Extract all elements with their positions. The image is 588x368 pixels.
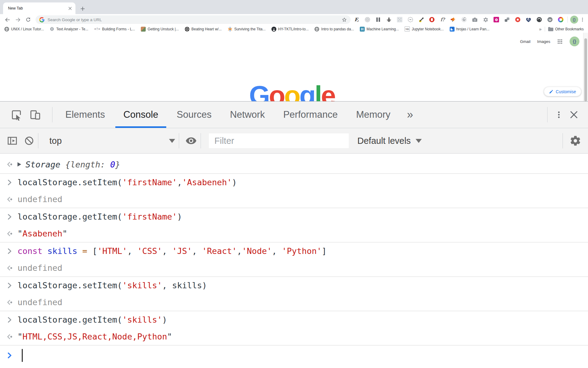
devtools-menu-icon[interactable]: [554, 110, 563, 119]
console-result-row: "Asabeneh": [0, 225, 588, 243]
console-text: localStorage.getItem('firstName'): [17, 212, 182, 221]
bookmark-item[interactable]: Intro to pandas da...: [314, 27, 354, 32]
bookmark-item[interactable]: HY-TKTL/intro-to...: [271, 27, 309, 32]
bookmark-item[interactable]: Beating Heart w/...: [185, 27, 222, 32]
megaphone-extension-icon[interactable]: [450, 17, 456, 23]
heart-search-extension-icon[interactable]: [525, 17, 532, 23]
google-g-icon: [39, 17, 44, 22]
f-question-extension-icon[interactable]: f?: [440, 17, 446, 23]
swirl-extension-icon[interactable]: [461, 17, 467, 23]
tab-close-icon[interactable]: [68, 7, 72, 10]
tiles-extension-icon[interactable]: [504, 17, 510, 23]
context-dropdown-icon: [169, 139, 175, 143]
red-ring-extension-icon[interactable]: [515, 17, 521, 23]
dash-circle-extension-icon[interactable]: [407, 17, 413, 23]
w-circle-extension-icon[interactable]: W: [547, 17, 553, 23]
console-input-chevron-icon: [4, 316, 15, 324]
tab-elements[interactable]: Elements: [56, 102, 114, 128]
scrollbar-thumb[interactable]: [584, 38, 587, 101]
browser-tab[interactable]: New Tab: [3, 2, 75, 14]
page-scrollbar[interactable]: [583, 33, 588, 101]
bookmark-label: Surviving the Tita...: [234, 27, 266, 31]
logo-letter: o: [269, 80, 284, 101]
console-input-row: localStorage.setItem('skills', skills): [0, 277, 588, 294]
stop-hand-extension-icon[interactable]: [429, 17, 435, 23]
tab-network[interactable]: Network: [221, 102, 274, 128]
google-apps-grid-icon[interactable]: [557, 39, 563, 44]
code-icon: <!>: [94, 27, 100, 31]
tab-performance[interactable]: Performance: [274, 102, 347, 128]
address-bar[interactable]: Search Google or type a URL: [36, 15, 351, 24]
back-button[interactable]: [3, 16, 12, 24]
forward-button[interactable]: [13, 16, 22, 24]
page-nav: Gmail Images {}: [520, 36, 579, 46]
profile-avatar[interactable]: {}: [570, 16, 578, 24]
bookmark-item[interactable]: Text Analyzer - Te...: [50, 27, 88, 31]
bookmark-item[interactable]: NbJupyter Notebook...: [405, 26, 444, 32]
customise-button[interactable]: Customise: [544, 87, 581, 96]
console-text: undefined: [17, 297, 62, 307]
bug-extension-icon[interactable]: [386, 17, 392, 23]
log-levels-selector[interactable]: Default levels: [357, 136, 422, 146]
images-link[interactable]: Images: [537, 39, 550, 44]
eyedropper-extension-icon[interactable]: [418, 17, 424, 23]
console-result-row: undefined: [0, 294, 588, 311]
devtools-close-icon[interactable]: [569, 110, 579, 120]
text-cursor: [22, 349, 23, 362]
toolbar-divider-1: [38, 133, 38, 148]
console-input-row: localStorage.setItem('firstName','Asaben…: [0, 174, 588, 191]
more-tabs-chevron[interactable]: »: [407, 108, 413, 121]
context-selector[interactable]: top: [42, 136, 175, 146]
devtools-tabbar: ElementsConsoleSourcesNetworkPerformance…: [0, 102, 588, 128]
console-result-row: "HTML,CSS,JS,React,Node,Python": [0, 328, 588, 346]
gmail-link[interactable]: Gmail: [520, 39, 530, 44]
other-bookmarks-button[interactable]: Other Bookmarks: [548, 27, 584, 31]
bookmark-item[interactable]: Surviving the Tita...: [228, 27, 266, 32]
console-result-arrow-icon: [4, 229, 15, 238]
chrome-menu-icon[interactable]: [580, 17, 585, 22]
dark-globe-extension-icon[interactable]: [536, 17, 542, 23]
blue-square-icon: [450, 27, 455, 32]
clear-console-icon[interactable]: [24, 136, 34, 146]
bookmark-item[interactable]: HMachine Learning...: [360, 27, 399, 32]
console-prompt[interactable]: [0, 346, 588, 365]
target-rings-extension-icon[interactable]: [364, 17, 371, 23]
tab-sources[interactable]: Sources: [167, 102, 221, 128]
pattern-grid-extension-icon[interactable]: [397, 17, 403, 23]
tab-memory[interactable]: Memory: [347, 102, 400, 128]
pause-bars-extension-icon[interactable]: [375, 17, 381, 23]
inspect-element-icon[interactable]: [10, 109, 22, 121]
tab-console[interactable]: Console: [114, 102, 167, 128]
console-sidebar-icon[interactable]: [7, 135, 18, 146]
bookmarks-bar: UNIX / Linux Tutor...Text Analyzer - Te.…: [0, 25, 588, 33]
console-result-arrow-icon: [4, 332, 15, 341]
console-result-arrow-icon: [4, 160, 15, 169]
settings-gear-icon[interactable]: [570, 135, 581, 147]
bookmark-star-icon[interactable]: [342, 17, 347, 22]
hexagram-extension-icon[interactable]: [482, 17, 489, 23]
color-ring-extension-icon[interactable]: [558, 17, 564, 23]
bookmarks-divider: [545, 27, 545, 32]
expand-triangle-icon[interactable]: [17, 162, 21, 167]
bookmark-item[interactable]: Getting Unstuck |...: [141, 27, 179, 32]
bookmark-label: hrojas / Learn Pan...: [456, 27, 490, 31]
globe-icon: [4, 27, 9, 32]
live-expression-eye-icon[interactable]: [185, 135, 197, 147]
console-filter-input[interactable]: [209, 133, 349, 148]
reload-button[interactable]: [24, 16, 33, 24]
bookmark-item[interactable]: UNIX / Linux Tutor...: [4, 27, 44, 32]
logo-letter: G: [249, 80, 269, 101]
bookmark-item[interactable]: <!>Building Forms - L...: [94, 27, 135, 31]
new-tab-button[interactable]: [80, 6, 85, 11]
bookmark-label: Text Analyzer - Te...: [56, 27, 88, 31]
profile-avatar-page[interactable]: {}: [570, 36, 579, 46]
camera-extension-icon[interactable]: [472, 17, 478, 23]
bookmark-label: UNIX / Linux Tutor...: [11, 27, 44, 31]
pink-gear-extension-icon[interactable]: [493, 17, 499, 23]
device-toolbar-icon[interactable]: [29, 109, 41, 121]
script-f-extension-icon[interactable]: F,: [354, 17, 360, 23]
tab-title: New Tab: [8, 6, 68, 10]
console-text: const skills = ['HTML', 'CSS', 'JS', 'Re…: [17, 246, 327, 256]
bookmarks-overflow-chevron[interactable]: »: [539, 27, 541, 31]
bookmark-item[interactable]: hrojas / Learn Pan...: [450, 27, 490, 32]
